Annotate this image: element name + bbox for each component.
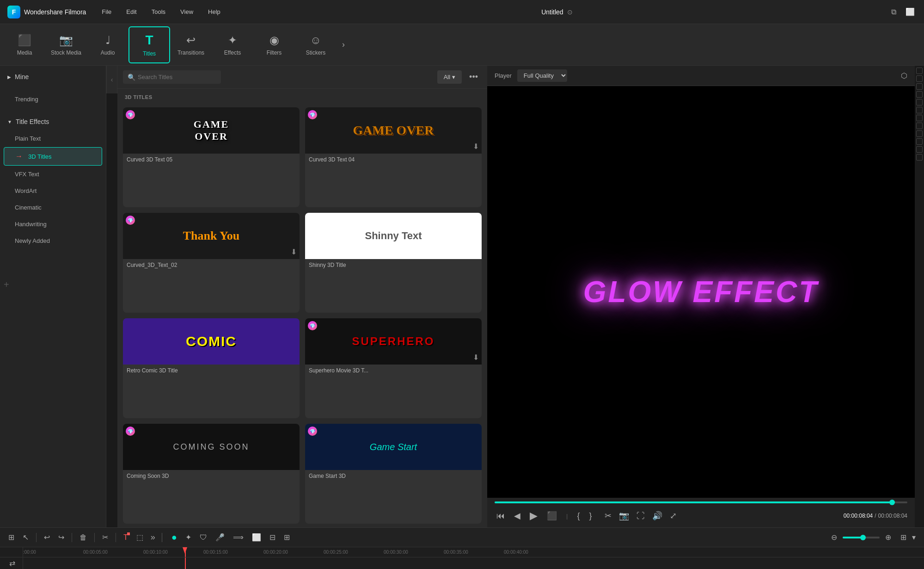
quality-select[interactable]: Full Quality Half Quality [517, 69, 567, 82]
timeline-redo-button[interactable]: ↪ [55, 531, 67, 544]
sidebar-mine-header[interactable]: ▶ Mine [0, 68, 106, 85]
volume-button[interactable]: 🔊 [650, 509, 664, 523]
marker [916, 68, 923, 74]
marker [916, 99, 923, 105]
toolbar-media[interactable]: ⬛ Media [4, 26, 45, 63]
skip-back-button[interactable]: ⏮ [495, 509, 507, 523]
expand-button[interactable]: » [151, 532, 155, 542]
zoom-out-button[interactable]: ⊖ [828, 531, 840, 544]
tile-curved-3d-05[interactable]: 💎 GAMEOVER Curved 3D Text 05 [123, 107, 300, 207]
divider [162, 533, 162, 542]
toolbar-stickers[interactable]: ☺ Stickers [295, 26, 337, 63]
timeline-delete-button[interactable]: 🗑 [77, 532, 90, 544]
timeline-content: + ⇄ :00:00 00:00:05:00 00:00:10:00 00:00… [0, 547, 924, 569]
sidebar-item-handwriting[interactable]: Handwriting [4, 216, 102, 232]
toolbar-transitions[interactable]: ↩ Transitions [170, 26, 212, 63]
zoom-in-button[interactable]: ⊕ [882, 531, 894, 544]
play-button[interactable]: ▶ [528, 508, 539, 524]
media-icon: ⬛ [18, 34, 31, 47]
toolbar-titles[interactable]: T Titles [129, 26, 170, 63]
timeline-text-button[interactable]: T [121, 532, 131, 544]
timeline-select-button[interactable]: ↖ [20, 531, 31, 544]
sidebar-item-newly-added[interactable]: Newly Added [4, 233, 102, 249]
menu-edit[interactable]: Edit [120, 6, 143, 18]
scene-button[interactable]: ⬜ [249, 531, 264, 544]
link-icon[interactable]: ⇄ [9, 559, 15, 568]
premium-badge: 💎 [126, 427, 135, 436]
tile-label: Curved 3D Text 04 [305, 154, 482, 166]
ripple-button[interactable]: ⟹ [230, 531, 246, 544]
menu-file[interactable]: File [95, 6, 118, 18]
group-button[interactable]: ⊟ [267, 531, 278, 544]
expand-icon[interactable]: ⬡ [901, 71, 907, 80]
more-options-button[interactable]: ••• [465, 70, 482, 84]
mark-out-button[interactable]: } [587, 509, 594, 523]
sidebar-item-3d-titles[interactable]: → 3D Titles [4, 147, 102, 166]
download-icon: ⬇ [291, 247, 297, 256]
toolbar-filters[interactable]: ◉ Filters [253, 26, 295, 63]
snapshot-button[interactable]: 📷 [617, 509, 631, 523]
expand-button[interactable]: ⊞ [281, 531, 293, 544]
filter-button[interactable]: All ▾ [437, 70, 462, 84]
restore-button[interactable]: ⧉ [887, 6, 900, 19]
menu-tools[interactable]: Tools [145, 6, 172, 18]
menu-view[interactable]: View [174, 6, 200, 18]
timeline-layout-button[interactable]: ⊞ [6, 531, 17, 544]
sidebar-collapse-button[interactable]: ‹ [106, 66, 117, 93]
maximize-button[interactable]: ⬜ [904, 6, 917, 19]
app-name: Wondershare Filmora [24, 8, 86, 16]
toolbar-more-button[interactable]: › [337, 26, 350, 63]
step-back-button[interactable]: ◀ [512, 509, 522, 523]
menu-help[interactable]: Help [202, 6, 227, 18]
auto-beat-button[interactable]: ● [169, 530, 180, 544]
timeline-crop-button[interactable]: ⬚ [134, 531, 146, 544]
tile-preview-coming-soon: 💎 COMING SOON [123, 424, 300, 470]
mic-button[interactable]: 🎤 [213, 531, 227, 544]
stop-button[interactable]: ⬛ [545, 509, 559, 523]
sidebar-item-wordart[interactable]: WordArt [4, 183, 102, 199]
toolbar-effects[interactable]: ✦ Effects [212, 26, 253, 63]
grid-layout-button[interactable]: ⊞ [900, 533, 906, 542]
particle-button[interactable]: ✦ [183, 531, 194, 544]
menu-bar: F Wondershare Filmora File Edit Tools Vi… [0, 0, 924, 24]
premium-badge: 💎 [126, 216, 135, 225]
sidebar-item-trending[interactable]: Trending [4, 91, 102, 107]
sidebar-item-plain-text[interactable]: Plain Text [4, 130, 102, 147]
tile-curved-3d-04[interactable]: 💎 GAME OVER ⬇ Curved 3D Text 04 [305, 107, 482, 207]
mark-in-button[interactable]: { [575, 509, 581, 523]
preview-video: GLOW EFFECT [487, 86, 915, 498]
tile-game-start[interactable]: 💎 Game Start Game Start 3D [305, 424, 482, 524]
sidebar-title-effects-header[interactable]: ▼ Title Effects [0, 113, 106, 130]
timeline-cut-button[interactable]: ✂ [99, 531, 111, 544]
preview-area: Player Full Quality Half Quality ⬡ GLOW … [487, 66, 915, 527]
zoom-slider[interactable] [843, 537, 880, 538]
ruler-tick: 00:00:30:00 [384, 550, 408, 555]
toolbar-audio[interactable]: ♩ Audio [87, 26, 129, 63]
right-panel: Player Full Quality Half Quality ⬡ GLOW … [487, 66, 924, 527]
sidebar-trending-section: Trending [0, 88, 106, 111]
ruler-tick: 00:00:05:00 [83, 550, 108, 555]
settings-button[interactable]: ⤢ [668, 509, 679, 523]
progress-bar[interactable] [495, 501, 907, 503]
marker [916, 123, 923, 129]
more-options-button[interactable]: ▾ [909, 531, 918, 544]
tile-coming-soon[interactable]: 💎 COMING SOON Coming Soon 3D [123, 424, 300, 524]
window-title: Untitled ⊙ [229, 8, 885, 16]
tile-superhero-movie[interactable]: 💎 SUPERHERO ⬇ Superhero Movie 3D T... [305, 318, 482, 418]
sidebar-item-cinematic[interactable]: Cinematic [4, 199, 102, 216]
tile-shinny-3d[interactable]: Shinny Text Shinny 3D Title [305, 213, 482, 313]
fullscreen-button[interactable]: ⛶ [635, 509, 647, 523]
tile-label: Curved 3D Text 05 [123, 154, 300, 166]
playhead[interactable] [185, 547, 186, 557]
search-input[interactable] [123, 70, 221, 84]
shield-button[interactable]: 🛡 [197, 532, 210, 544]
trim-button[interactable]: ✂ [603, 509, 613, 523]
tile-retro-comic[interactable]: COMIC Retro Comic 3D Title [123, 318, 300, 418]
timeline-undo-button[interactable]: ↩ [41, 531, 53, 544]
preview-text: Shinny Text [365, 230, 422, 242]
tile-curved-3d-02[interactable]: 💎 Thank You ⬇ Curved_3D_Text_02 [123, 213, 300, 313]
effects-icon: ✦ [228, 34, 237, 47]
sidebar-item-vfx-text[interactable]: VFX Text [4, 166, 102, 182]
timeline-toolbar: ⊞ ↖ ↩ ↪ 🗑 ✂ T ⬚ » ● ✦ 🛡 🎤 ⟹ ⬜ ⊟ ⊞ ⊖ ⊕ ⊞ … [0, 528, 924, 547]
toolbar-stock-media[interactable]: 📷 Stock Media [45, 26, 87, 63]
